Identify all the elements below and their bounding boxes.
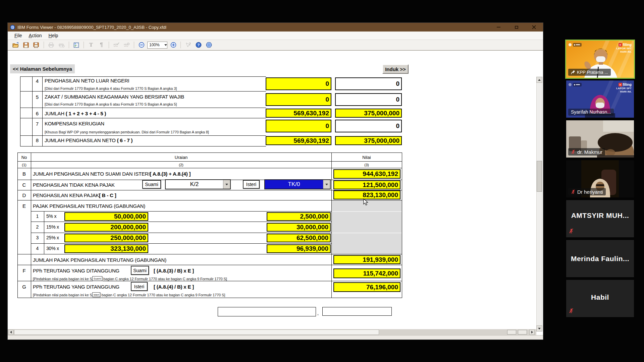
value-text: 115,742,000 [363, 270, 398, 277]
value-field[interactable]: 191,939,000 [333, 255, 400, 264]
tax-base-field[interactable]: 323,130,000 [64, 244, 148, 253]
value-field[interactable]: 569,630,192 [266, 136, 331, 145]
value-field[interactable]: 823,130,000 [333, 190, 400, 199]
induk-button[interactable]: Induk >> [382, 64, 409, 74]
minimize-button[interactable] [493, 23, 504, 31]
help-button[interactable]: ? [194, 41, 203, 49]
table-grid-line [20, 118, 266, 118]
participant-tile[interactable]: Habil [566, 280, 634, 317]
participant-name: KPP Pratama ... [577, 70, 608, 74]
participant-name: AMTSYIR MUH... [566, 212, 634, 220]
suami-toggle-button[interactable]: Suami [142, 180, 161, 189]
participant-tile[interactable]: AMTSYIR MUH... [566, 200, 634, 237]
row-label: ZAKAT / SUMBANGAN KEAGAMAAN YANG BERSIFA… [45, 94, 184, 100]
open-button[interactable] [11, 41, 20, 49]
save-button[interactable] [21, 41, 31, 49]
zoom-out-button[interactable] [137, 41, 146, 49]
close-button[interactable] [528, 23, 540, 31]
row-number: 7 [32, 121, 42, 127]
maximize-button[interactable] [511, 23, 522, 31]
value-text: 0 [396, 96, 399, 103]
table-grid-line [17, 254, 402, 254]
zoom-in-button[interactable] [169, 41, 178, 49]
context-help-icon: ? [185, 42, 191, 48]
window-title: IBM Forms Viewer - 082699588809000_SPT17… [17, 25, 166, 30]
isteri-ptkp-select[interactable]: TK/0 [264, 179, 331, 189]
banner-line2: HARI INI. [620, 90, 632, 93]
tax-result-field[interactable]: 96,939,000 [267, 244, 331, 253]
tax-result-field[interactable]: 2,500,000 [267, 212, 331, 221]
horizontal-scroll-thumb[interactable] [14, 329, 379, 335]
vertical-scroll-thumb[interactable] [537, 161, 542, 192]
zoom-level-select[interactable]: 100% [147, 42, 167, 49]
tax-base-field[interactable]: 200,000,000 [64, 223, 148, 232]
table-grid-line [31, 243, 331, 244]
row-letter: F [17, 268, 31, 274]
save-all-icon [33, 42, 40, 48]
value-text: 323,130,000 [110, 245, 146, 252]
scroll-up-button[interactable] [536, 77, 542, 83]
row-formula: ( 1 + 2 + 3 + 4 - 5 ) [66, 111, 106, 116]
menu-help[interactable]: Help [45, 32, 62, 39]
menu-file[interactable]: File [11, 32, 25, 39]
suami-tag-label: Suami [133, 268, 147, 273]
suami-tag-button[interactable]: Suami [131, 266, 149, 275]
scroll-left-button[interactable] [8, 329, 13, 335]
previous-page-button[interactable]: << Halaman Sebelumnya [10, 64, 75, 73]
value-field[interactable]: 375,000,000 [335, 109, 402, 118]
isteri-tag-label: Isteri [134, 284, 144, 289]
isteri-toggle-button[interactable]: Isteri [243, 180, 260, 189]
suami-ptkp-select[interactable]: K/2 [165, 179, 231, 189]
value-field: 0 [335, 93, 402, 106]
participant-tile[interactable]: efiling LAPOR SPT HARI INI. KPP Pratama … [566, 41, 634, 78]
isteri-tag-button[interactable]: Isteri [131, 282, 148, 291]
value-field[interactable]: 0 [266, 120, 331, 132]
mouse-cursor [363, 198, 369, 206]
value-field[interactable]: 0 [266, 77, 331, 90]
table-grid-line [17, 161, 402, 162]
column-subheader-1: (1) [17, 163, 31, 167]
disabled-zone-line [332, 211, 402, 212]
participant-tile[interactable]: Merinda Faulin... [566, 240, 634, 277]
row-formula: [ (A.8.(3) / B) x E ] [154, 268, 194, 274]
spell-check-icon: abc [113, 42, 119, 48]
tax-base-field[interactable]: 50,000,000 [64, 212, 148, 221]
muted-mic-icon [571, 189, 576, 194]
dropdown-arrow-icon[interactable] [323, 180, 330, 189]
value-field[interactable]: 121,500,000 [333, 180, 400, 189]
value-field[interactable]: 944,630,192 [333, 169, 400, 179]
vertical-scrollbar[interactable] [536, 77, 542, 331]
value-field[interactable]: 115,742,000 [333, 268, 400, 278]
suami-toggle-label: Suami [145, 182, 158, 187]
scroll-down-button[interactable] [536, 325, 542, 331]
pin-icon [571, 70, 575, 74]
efiling-logo-icon: e [619, 43, 622, 47]
note-prefix: [Pindahkan nilai pada bagian ini ke S [33, 293, 92, 297]
value-field[interactable]: 375,000,000 [335, 136, 402, 145]
table-grid-line [31, 211, 331, 212]
tax-result-field[interactable]: 30,000,000 [267, 223, 331, 232]
tax-base-field[interactable]: 250,000,000 [64, 234, 148, 242]
footer-date-field[interactable] [322, 307, 392, 316]
row-label: PAJAK PENGHASILAN TERUTANG (GABUNGAN) [33, 203, 145, 209]
scroll-right-button[interactable] [529, 329, 535, 335]
ministry-logo-icon [569, 83, 572, 86]
glasses [596, 184, 604, 186]
value-field[interactable]: 76,196,000 [333, 282, 400, 292]
menu-action[interactable]: Action [25, 32, 45, 39]
sub-row-number: 3 [31, 235, 44, 240]
value-field[interactable]: 0 [266, 93, 331, 106]
tax-result-field[interactable]: 62,500,000 [267, 234, 331, 242]
form-properties-button[interactable] [72, 41, 81, 49]
footer-city-field[interactable] [218, 307, 316, 316]
table-grid-line [44, 211, 44, 254]
participant-tile[interactable]: dr. Makmur [566, 120, 634, 158]
participant-name-badge: KPP Pratama ... [568, 69, 611, 76]
participant-tile[interactable]: efiling LAPOR SPT HARI INI. Syarifah Nur… [566, 80, 634, 118]
title-bar[interactable]: IBM Forms Viewer - 082699588809000_SPT17… [8, 23, 543, 32]
value-field[interactable]: 569,630,192 [266, 109, 331, 118]
web-help-button[interactable] [204, 41, 213, 49]
dropdown-arrow-icon[interactable] [223, 180, 230, 189]
participant-tile[interactable]: Dr heriyanti [566, 160, 634, 197]
save-all-button[interactable] [32, 41, 41, 49]
